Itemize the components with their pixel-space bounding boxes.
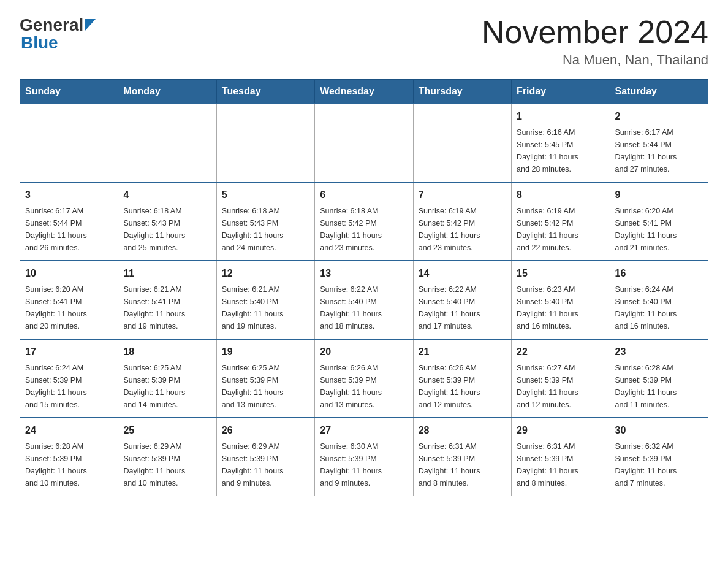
day-info: Sunrise: 6:18 AM Sunset: 5:43 PM Dayligh… xyxy=(123,205,211,254)
day-info: Sunrise: 6:21 AM Sunset: 5:41 PM Dayligh… xyxy=(123,283,211,332)
calendar-cell: 30Sunrise: 6:32 AM Sunset: 5:39 PM Dayli… xyxy=(610,418,708,496)
calendar-cell: 11Sunrise: 6:21 AM Sunset: 5:41 PM Dayli… xyxy=(118,261,216,339)
weekday-header-row: SundayMondayTuesdayWednesdayThursdayFrid… xyxy=(20,80,708,104)
day-number: 29 xyxy=(517,423,604,438)
weekday-header-friday: Friday xyxy=(512,80,610,104)
day-info: Sunrise: 6:20 AM Sunset: 5:41 PM Dayligh… xyxy=(25,283,113,332)
page-header: General Blue November 2024 Na Muen, Nan,… xyxy=(20,15,708,68)
calendar-cell: 10Sunrise: 6:20 AM Sunset: 5:41 PM Dayli… xyxy=(20,261,118,339)
day-number: 6 xyxy=(320,188,408,202)
day-number: 18 xyxy=(123,345,211,359)
calendar-cell: 6Sunrise: 6:18 AM Sunset: 5:42 PM Daylig… xyxy=(315,182,413,261)
title-section: November 2024 Na Muen, Nan, Thailand xyxy=(482,15,708,68)
day-info: Sunrise: 6:23 AM Sunset: 5:40 PM Dayligh… xyxy=(517,283,604,332)
calendar-cell: 28Sunrise: 6:31 AM Sunset: 5:39 PM Dayli… xyxy=(413,418,511,496)
calendar-cell: 3Sunrise: 6:17 AM Sunset: 5:44 PM Daylig… xyxy=(20,182,118,261)
day-number: 28 xyxy=(419,423,506,438)
day-number: 19 xyxy=(222,345,309,359)
day-info: Sunrise: 6:20 AM Sunset: 5:41 PM Dayligh… xyxy=(615,205,703,254)
day-info: Sunrise: 6:29 AM Sunset: 5:39 PM Dayligh… xyxy=(123,440,211,489)
day-number: 20 xyxy=(320,345,408,359)
day-info: Sunrise: 6:24 AM Sunset: 5:39 PM Dayligh… xyxy=(25,362,113,411)
calendar-cell: 21Sunrise: 6:26 AM Sunset: 5:39 PM Dayli… xyxy=(413,339,511,418)
day-number: 7 xyxy=(419,188,506,202)
calendar-cell: 29Sunrise: 6:31 AM Sunset: 5:39 PM Dayli… xyxy=(512,418,610,496)
calendar-cell: 24Sunrise: 6:28 AM Sunset: 5:39 PM Dayli… xyxy=(20,418,118,496)
logo-text: General xyxy=(20,15,96,36)
weekday-header-sunday: Sunday xyxy=(20,80,118,104)
weekday-header-thursday: Thursday xyxy=(413,80,511,104)
calendar-cell: 7Sunrise: 6:19 AM Sunset: 5:42 PM Daylig… xyxy=(413,182,511,261)
logo: General Blue xyxy=(20,15,96,53)
calendar-cell: 26Sunrise: 6:29 AM Sunset: 5:39 PM Dayli… xyxy=(216,418,314,496)
day-info: Sunrise: 6:22 AM Sunset: 5:40 PM Dayligh… xyxy=(419,283,506,332)
weekday-header-wednesday: Wednesday xyxy=(315,80,413,104)
calendar-cell: 19Sunrise: 6:25 AM Sunset: 5:39 PM Dayli… xyxy=(216,339,314,418)
week-row-3: 10Sunrise: 6:20 AM Sunset: 5:41 PM Dayli… xyxy=(20,261,708,339)
day-info: Sunrise: 6:18 AM Sunset: 5:42 PM Dayligh… xyxy=(320,205,408,254)
day-info: Sunrise: 6:32 AM Sunset: 5:39 PM Dayligh… xyxy=(615,440,703,489)
day-number: 16 xyxy=(615,266,703,281)
calendar-cell: 13Sunrise: 6:22 AM Sunset: 5:40 PM Dayli… xyxy=(315,261,413,339)
day-info: Sunrise: 6:24 AM Sunset: 5:40 PM Dayligh… xyxy=(615,283,703,332)
calendar-cell: 23Sunrise: 6:28 AM Sunset: 5:39 PM Dayli… xyxy=(610,339,708,418)
calendar-cell xyxy=(315,104,413,182)
day-info: Sunrise: 6:27 AM Sunset: 5:39 PM Dayligh… xyxy=(517,362,604,411)
day-number: 24 xyxy=(25,423,113,438)
day-number: 26 xyxy=(222,423,309,438)
day-info: Sunrise: 6:19 AM Sunset: 5:42 PM Dayligh… xyxy=(419,205,506,254)
calendar-table: SundayMondayTuesdayWednesdayThursdayFrid… xyxy=(20,79,708,496)
logo-general-text: General xyxy=(20,15,83,35)
day-number: 22 xyxy=(517,345,604,359)
calendar-cell: 8Sunrise: 6:19 AM Sunset: 5:42 PM Daylig… xyxy=(512,182,610,261)
week-row-1: 1Sunrise: 6:16 AM Sunset: 5:45 PM Daylig… xyxy=(20,104,708,182)
day-info: Sunrise: 6:26 AM Sunset: 5:39 PM Dayligh… xyxy=(419,362,506,411)
calendar-cell: 5Sunrise: 6:18 AM Sunset: 5:43 PM Daylig… xyxy=(216,182,314,261)
weekday-header-saturday: Saturday xyxy=(610,80,708,104)
day-info: Sunrise: 6:17 AM Sunset: 5:44 PM Dayligh… xyxy=(25,205,113,254)
day-number: 3 xyxy=(25,188,113,202)
calendar-cell: 25Sunrise: 6:29 AM Sunset: 5:39 PM Dayli… xyxy=(118,418,216,496)
calendar-cell: 2Sunrise: 6:17 AM Sunset: 5:44 PM Daylig… xyxy=(610,104,708,182)
week-row-5: 24Sunrise: 6:28 AM Sunset: 5:39 PM Dayli… xyxy=(20,418,708,496)
calendar-cell: 27Sunrise: 6:30 AM Sunset: 5:39 PM Dayli… xyxy=(315,418,413,496)
month-title: November 2024 xyxy=(482,15,708,50)
day-info: Sunrise: 6:19 AM Sunset: 5:42 PM Dayligh… xyxy=(517,205,604,254)
day-number: 14 xyxy=(419,266,506,281)
day-info: Sunrise: 6:29 AM Sunset: 5:39 PM Dayligh… xyxy=(222,440,309,489)
day-info: Sunrise: 6:30 AM Sunset: 5:39 PM Dayligh… xyxy=(320,440,408,489)
weekday-header-monday: Monday xyxy=(118,80,216,104)
day-number: 10 xyxy=(25,266,113,281)
day-number: 21 xyxy=(419,345,506,359)
calendar-cell xyxy=(118,104,216,182)
calendar-cell xyxy=(413,104,511,182)
location-title: Na Muen, Nan, Thailand xyxy=(482,52,708,68)
day-info: Sunrise: 6:21 AM Sunset: 5:40 PM Dayligh… xyxy=(222,283,309,332)
calendar-cell: 12Sunrise: 6:21 AM Sunset: 5:40 PM Dayli… xyxy=(216,261,314,339)
day-number: 17 xyxy=(25,345,113,359)
day-info: Sunrise: 6:25 AM Sunset: 5:39 PM Dayligh… xyxy=(123,362,211,411)
day-info: Sunrise: 6:16 AM Sunset: 5:45 PM Dayligh… xyxy=(517,126,604,175)
day-number: 23 xyxy=(615,345,703,359)
logo-arrow-shape xyxy=(85,16,96,36)
day-number: 4 xyxy=(123,188,211,202)
day-number: 13 xyxy=(320,266,408,281)
day-info: Sunrise: 6:22 AM Sunset: 5:40 PM Dayligh… xyxy=(320,283,408,332)
calendar-cell: 1Sunrise: 6:16 AM Sunset: 5:45 PM Daylig… xyxy=(512,104,610,182)
calendar-cell: 22Sunrise: 6:27 AM Sunset: 5:39 PM Dayli… xyxy=(512,339,610,418)
calendar-cell: 15Sunrise: 6:23 AM Sunset: 5:40 PM Dayli… xyxy=(512,261,610,339)
week-row-4: 17Sunrise: 6:24 AM Sunset: 5:39 PM Dayli… xyxy=(20,339,708,418)
day-number: 11 xyxy=(123,266,211,281)
day-number: 27 xyxy=(320,423,408,438)
day-number: 30 xyxy=(615,423,703,438)
day-number: 2 xyxy=(615,109,703,124)
calendar-cell: 14Sunrise: 6:22 AM Sunset: 5:40 PM Dayli… xyxy=(413,261,511,339)
day-info: Sunrise: 6:31 AM Sunset: 5:39 PM Dayligh… xyxy=(419,440,506,489)
weekday-header-tuesday: Tuesday xyxy=(216,80,314,104)
calendar-cell: 16Sunrise: 6:24 AM Sunset: 5:40 PM Dayli… xyxy=(610,261,708,339)
day-info: Sunrise: 6:26 AM Sunset: 5:39 PM Dayligh… xyxy=(320,362,408,411)
calendar-cell: 17Sunrise: 6:24 AM Sunset: 5:39 PM Dayli… xyxy=(20,339,118,418)
day-number: 1 xyxy=(517,109,604,124)
logo-blue-text: Blue xyxy=(21,33,58,53)
day-number: 8 xyxy=(517,188,604,202)
